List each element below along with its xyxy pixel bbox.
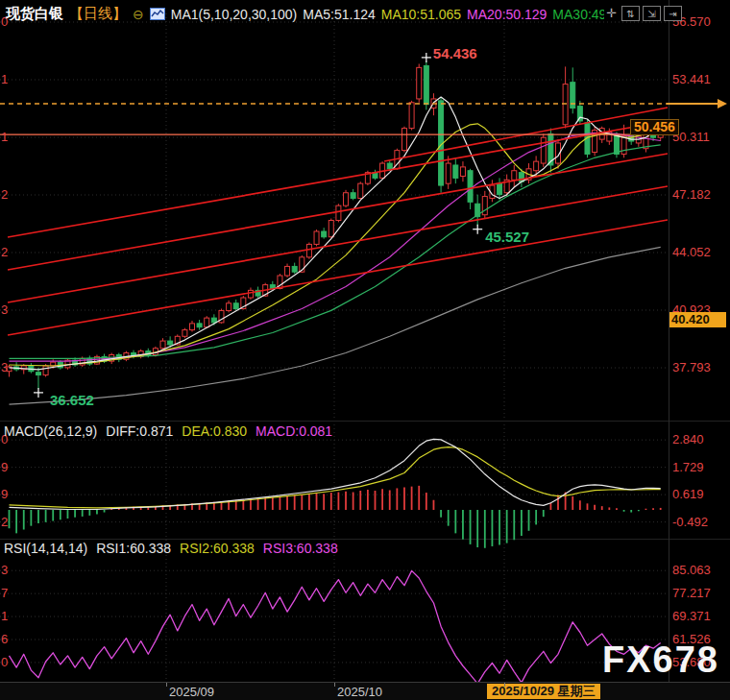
move-tool-icon[interactable]: ✛	[604, 6, 619, 19]
macd-value: MACD:0.081	[256, 423, 332, 439]
candlestick-chart[interactable]: 36.65254.43645.527	[0, 0, 730, 700]
time-tick	[334, 683, 335, 687]
pane-layout-corner-icon[interactable]: ⇲	[643, 6, 661, 21]
time-tick	[504, 683, 505, 687]
time-tick	[166, 683, 167, 687]
macd-name: MACD(26,12,9)	[4, 423, 97, 439]
last-price-tag: 50.456	[630, 119, 679, 135]
ma10-value: MA10:51.065	[381, 7, 461, 22]
svg-text:54.436: 54.436	[433, 45, 477, 61]
svg-text:36.652: 36.652	[50, 392, 94, 408]
time-axis[interactable]: 2025/09 2025/10 2025/10/29 星期三	[0, 682, 730, 700]
macd-diff-value: DIFF:0.871	[106, 423, 173, 439]
macd-header: MACD(26,12,9) DIFF:0.871 DEA:0.830 MACD:…	[4, 423, 332, 439]
collapse-icon[interactable]: ⊖	[133, 8, 144, 21]
chart-window: 36.65254.43645.527 现货白银 【日线】 ⊖ MA1(5,10,…	[0, 0, 730, 700]
rsi1-value: RSI1:60.338	[96, 541, 171, 556]
rsi3-value: RSI3:60.338	[263, 541, 338, 556]
ma30-value: MA30:49.	[552, 7, 610, 22]
symbol-title: 现货白银	[6, 5, 63, 23]
ma20-value: MA20:50.129	[467, 7, 547, 22]
rsi-name: RSI(14,14,14)	[4, 541, 87, 556]
interval-label: 【日线】	[69, 5, 127, 23]
time-label-oct: 2025/10	[337, 685, 382, 699]
rsi-header: RSI(14,14,14) RSI1:60.338 RSI2:60.338 RS…	[4, 541, 338, 556]
chart-toolbar: ✛ ⇅ ⇲ ⇥	[604, 6, 682, 21]
chart-header: 现货白银 【日线】 ⊖ MA1(5,10,20,30,100) MA5:51.1…	[6, 5, 610, 23]
rsi2-value: RSI2:60.338	[180, 541, 255, 556]
chart-type-icon[interactable]	[150, 8, 165, 20]
pane-layout-up-icon[interactable]: ⇅	[621, 6, 640, 21]
time-label-sep: 2025/09	[169, 685, 214, 699]
watermark: FX678	[602, 640, 719, 681]
alert-price-label: 40.420	[669, 312, 726, 327]
svg-text:45.527: 45.527	[485, 229, 529, 245]
pane-layout-right-icon[interactable]: ⇥	[664, 6, 682, 21]
macd-dea-value: DEA:0.830	[182, 423, 247, 439]
ma5-value: MA5:51.124	[303, 7, 376, 22]
ma-settings-label: MA1(5,10,20,30,100)	[171, 7, 298, 22]
